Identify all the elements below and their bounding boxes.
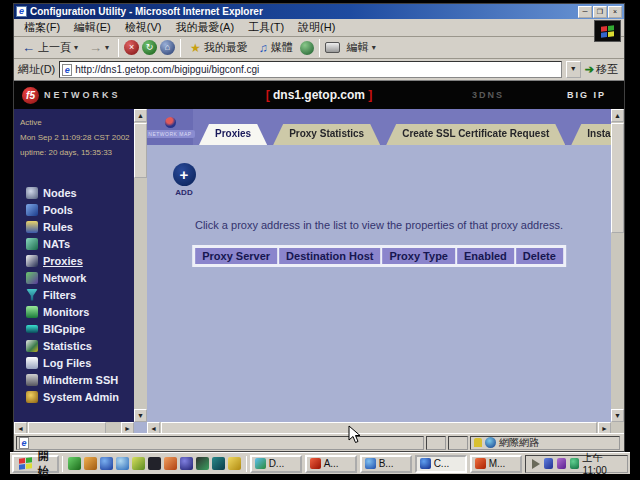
status-uptime: uptime: 20 days, 15:35:33 (20, 145, 134, 160)
page-content: Active Mon Sep 2 11:09:28 CST 2002 uptim… (14, 109, 624, 435)
sidebar-item-monitors[interactable]: Monitors (14, 303, 134, 320)
home-button[interactable]: ⌂ (160, 40, 175, 55)
tray-icon-1[interactable] (544, 458, 553, 469)
close-button[interactable]: × (608, 6, 622, 18)
quicklaunch-icon-11[interactable] (228, 457, 241, 470)
sidebar-item-network[interactable]: Network (14, 269, 134, 286)
quick-launch-bar (66, 457, 243, 470)
task-icon (420, 458, 431, 469)
ie-window-icon: e (16, 6, 27, 17)
quicklaunch-icon-5[interactable] (132, 457, 145, 470)
print-button[interactable] (325, 42, 340, 53)
title-bar[interactable]: e Configuration Utility - Microsoft Inte… (14, 4, 624, 19)
address-bar: 網址(D) e ▼ ➔ 移至 (14, 59, 624, 81)
go-button[interactable]: ➔ 移至 (585, 62, 620, 77)
browser-toolbar: ← 上一頁 ▾ → ▾ × ↻ ⌂ ★ 我的最愛 ♫ 媒體 (14, 37, 624, 59)
product-bigip-label: BIG IP (567, 90, 606, 100)
sidebar-item-mindterm-ssh[interactable]: Mindterm SSH (14, 371, 134, 388)
task-button-4[interactable]: C... (415, 455, 467, 473)
task-button-2[interactable]: A... (305, 455, 357, 473)
hostname-text: dns1.getop.com (273, 88, 365, 102)
tab-proxies[interactable]: Proxies (199, 124, 267, 145)
sidebar-item-nats[interactable]: NATs (14, 235, 134, 252)
add-button[interactable]: + (173, 163, 196, 186)
column-delete[interactable]: Delete (516, 248, 563, 264)
tab-proxy-statistics[interactable]: Proxy Statistics (273, 124, 380, 145)
tab-strip: NETWORK MAP Proxies Proxy Statistics Cre… (147, 109, 611, 145)
stop-button[interactable]: × (124, 40, 139, 55)
minimize-button[interactable]: ─ (578, 6, 592, 18)
hostname-bracket-right: ] (368, 88, 372, 102)
task-button-5[interactable]: M... (470, 455, 522, 473)
sidebar-item-statistics[interactable]: Statistics (14, 337, 134, 354)
quicklaunch-icon-9[interactable] (196, 457, 209, 470)
sidebar-item-rules[interactable]: Rules (14, 218, 134, 235)
scroll-up-icon[interactable]: ▲ (134, 109, 147, 122)
column-destination-host[interactable]: Destination Host (279, 248, 380, 264)
scrollbar-thumb[interactable] (134, 123, 147, 178)
forward-dropdown-icon[interactable]: ▾ (105, 43, 109, 52)
tab-install-ssl-certificate[interactable]: Install SSL Certif (571, 124, 611, 145)
log-files-icon (26, 357, 38, 369)
network-map-button[interactable]: NETWORK MAP (147, 109, 193, 145)
refresh-button[interactable]: ↻ (142, 40, 157, 55)
scroll-up-icon[interactable]: ▲ (611, 109, 624, 122)
tab-create-ssl-certificate-request[interactable]: Create SSL Certificate Request (386, 124, 565, 145)
task-icon (255, 458, 266, 469)
taskbar-separator (62, 456, 63, 472)
sidebar-item-nodes[interactable]: Nodes (14, 184, 134, 201)
quicklaunch-icon-7[interactable] (164, 457, 177, 470)
menu-view[interactable]: 檢視(V) (119, 19, 168, 36)
tray-icon-3[interactable] (570, 458, 579, 469)
column-proxy-type[interactable]: Proxy Type (382, 248, 455, 264)
sidebar-item-pools[interactable]: Pools (14, 201, 134, 218)
sidebar-item-proxies[interactable]: Proxies (14, 252, 134, 269)
scrollbar-thumb[interactable] (611, 123, 624, 233)
menu-bar: 檔案(F) 編輯(E) 檢視(V) 我的最愛(A) 工具(T) 說明(H) (14, 19, 624, 37)
proxies-icon (26, 255, 38, 267)
quicklaunch-icon-8[interactable] (180, 457, 193, 470)
tray-icon-2[interactable] (557, 458, 566, 469)
edit-dropdown-icon[interactable]: ▾ (372, 43, 376, 52)
edit-button[interactable]: 編輯 ▾ (343, 39, 380, 56)
network-map-icon (165, 117, 176, 128)
sidebar-vertical-scrollbar[interactable]: ▲ ▼ (134, 109, 147, 422)
sidebar-item-system-admin[interactable]: System Admin (14, 388, 134, 405)
sidebar-item-filters[interactable]: Filters (14, 286, 134, 303)
menu-tools[interactable]: 工具(T) (242, 19, 290, 36)
quicklaunch-icon-1[interactable] (68, 457, 81, 470)
column-proxy-server[interactable]: Proxy Server (195, 248, 277, 264)
quicklaunch-icon-10[interactable] (212, 457, 225, 470)
back-button[interactable]: ← 上一頁 ▾ (18, 39, 82, 56)
sidebar-item-bigpipe[interactable]: BIGpipe (14, 320, 134, 337)
address-field[interactable]: e (59, 61, 562, 78)
quicklaunch-icon-6[interactable] (148, 457, 161, 470)
url-input[interactable] (75, 64, 561, 75)
quicklaunch-icon-2[interactable] (84, 457, 97, 470)
column-enabled[interactable]: Enabled (457, 248, 514, 264)
menu-edit[interactable]: 編輯(E) (68, 19, 117, 36)
favorites-star-icon: ★ (190, 41, 201, 55)
scroll-down-icon[interactable]: ▼ (611, 409, 624, 422)
back-dropdown-icon[interactable]: ▾ (74, 43, 78, 52)
system-tray: 上午 11:00 (525, 455, 628, 473)
maximize-button[interactable]: ❐ (593, 6, 607, 18)
sidebar-item-log-files[interactable]: Log Files (14, 354, 134, 371)
media-button[interactable]: ♫ 媒體 (255, 39, 297, 56)
task-icon (475, 458, 486, 469)
forward-button[interactable]: → ▾ (85, 39, 113, 56)
menu-file[interactable]: 檔案(F) (18, 19, 66, 36)
menu-favorites[interactable]: 我的最愛(A) (169, 19, 240, 36)
task-button-1[interactable]: D... (250, 455, 302, 473)
favorites-button[interactable]: ★ 我的最愛 (186, 39, 252, 56)
volume-icon[interactable] (532, 459, 540, 469)
start-button[interactable]: 開始 (12, 455, 59, 473)
history-button[interactable] (300, 41, 314, 55)
quicklaunch-icon-4[interactable] (116, 457, 129, 470)
scroll-down-icon[interactable]: ▼ (134, 409, 147, 422)
address-dropdown-button[interactable]: ▼ (566, 61, 581, 78)
menu-help[interactable]: 說明(H) (292, 19, 341, 36)
task-button-3[interactable]: B... (360, 455, 412, 473)
main-vertical-scrollbar[interactable]: ▲ ▼ (611, 109, 624, 422)
quicklaunch-icon-3[interactable] (100, 457, 113, 470)
